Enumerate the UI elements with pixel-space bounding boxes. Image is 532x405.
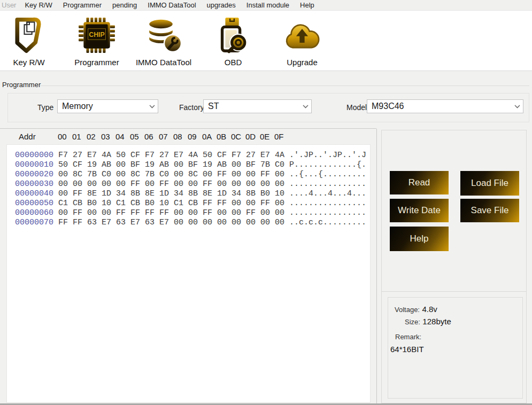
hex-col-header: 00: [58, 132, 72, 141]
chevron-down-icon: [299, 105, 311, 108]
hex-col-header: 08: [173, 132, 188, 141]
hex-row-ascii: ....4...4...4...: [289, 189, 366, 198]
key-rw-icon: [9, 15, 49, 56]
hex-row-bytes: C1 CB B0 10 C1 CB B0 10 C1 CB FF FF 00 0…: [53, 199, 289, 208]
hex-row-address: 00000010: [15, 160, 53, 169]
hex-col-header: 09: [188, 132, 202, 141]
hex-col-header: 02: [87, 132, 101, 141]
toolbar-button-immo-datatool[interactable]: IMMO DataTool: [132, 15, 196, 67]
remark-label: Remark:: [395, 333, 421, 341]
toolbar-button-programmer[interactable]: CHIP Programmer: [67, 15, 126, 67]
cloud-upload-icon: [282, 15, 322, 56]
help-button[interactable]: Help: [390, 227, 449, 251]
hex-row-address: 00000030: [15, 180, 53, 189]
model-dropdown[interactable]: M93C46: [367, 99, 523, 113]
factory-label: Factory: [179, 103, 204, 112]
size-label: Size:: [405, 318, 420, 326]
programmer-group-label: Programmer: [2, 81, 41, 89]
hex-col-header: 05: [130, 132, 144, 141]
type-dropdown[interactable]: Memory: [57, 99, 158, 113]
menu-item-user[interactable]: User: [0, 1, 19, 9]
menu-item-pending[interactable]: pending: [107, 1, 142, 9]
obd-scanner-icon: [213, 15, 253, 56]
svg-text:CHIP: CHIP: [89, 31, 104, 38]
hex-col-header: 0B: [217, 132, 231, 141]
remark-value: 64*16BIT: [390, 345, 424, 354]
menu-item-programmer[interactable]: Programmer: [58, 1, 107, 9]
hex-row-bytes: 50 CF 19 AB 00 BF 19 AB 00 BF 19 AB 00 B…: [53, 160, 289, 169]
toolbar-label: Programmer: [74, 58, 119, 67]
menu-item-immo-datatool[interactable]: IMMO DataTool: [142, 1, 201, 9]
hex-row-bytes: FF FF 63 E7 63 E7 63 E7 00 00 00 00 00 0…: [53, 218, 289, 227]
group-border-line: [40, 85, 529, 86]
hex-row: 00000070 FF FF 63 E7 63 E7 63 E7 00 00 0…: [15, 218, 370, 228]
save-file-button[interactable]: Save File: [460, 199, 519, 222]
hex-addr-header: Addr: [19, 132, 36, 141]
model-dropdown-value: M93C46: [367, 102, 511, 111]
hex-row-ascii: P.............{.: [289, 160, 366, 169]
hex-panel-top-border: [0, 128, 376, 129]
vertical-separator: [376, 129, 377, 403]
type-dropdown-value: Memory: [58, 102, 146, 111]
toolbar-label: Key R/W: [13, 58, 44, 67]
hex-row: 00000060 00 FF 00 00 FF FF FF FF 00 00 F…: [15, 208, 370, 218]
toolbar-label: OBD: [225, 58, 242, 67]
menu-item-install-module[interactable]: Install module: [241, 1, 295, 9]
load-file-button[interactable]: Load File: [460, 171, 519, 196]
menu-item-upgrades[interactable]: upgrades: [202, 1, 241, 9]
hex-row-address: 00000000: [15, 151, 53, 160]
hex-col-header: 0D: [245, 132, 260, 141]
voltage-value: 4.8v: [422, 305, 437, 314]
hex-col-header: 0E: [260, 132, 274, 141]
hex-row-address: 00000020: [15, 170, 53, 179]
hex-row-address: 00000070: [15, 218, 53, 227]
menu-item-key-rw[interactable]: Key R/W: [19, 1, 57, 9]
hex-editor-area[interactable]: 00000000 F7 27 E7 4A 50 CF F7 27 E7 4A 5…: [6, 144, 371, 403]
toolbar-button-upgrade[interactable]: Upgrade: [273, 15, 331, 67]
chip-icon: CHIP: [76, 15, 117, 56]
voltage-label: Voltage:: [395, 306, 420, 314]
hex-row: 00000030 00 00 00 00 00 FF 00 FF 00 00 F…: [15, 180, 370, 189]
hex-row-ascii: ................: [289, 208, 366, 217]
model-label: Model: [346, 103, 367, 112]
hex-row-address: 00000060: [15, 208, 53, 217]
hex-row-address: 00000040: [15, 189, 53, 198]
hex-col-header: 04: [115, 132, 130, 141]
toolbar-button-obd[interactable]: OBD: [209, 15, 258, 67]
actions-panel: Read Load File Write Date Save File Help…: [381, 130, 527, 403]
hex-row-bytes: 00 FF 00 00 FF FF FF FF 00 00 FF 00 00 F…: [53, 208, 289, 217]
menu-item-help[interactable]: Help: [295, 1, 320, 9]
hex-row-bytes: 00 8C 7B C0 00 8C 7B C0 00 8C 00 FF 00 0…: [53, 170, 289, 179]
type-label: Type: [37, 103, 53, 112]
chevron-down-icon: [511, 105, 523, 108]
toolbar-label: Upgrade: [287, 58, 318, 67]
hex-row-ascii: ................: [289, 180, 366, 189]
hex-col-header: 01: [72, 132, 87, 141]
chevron-down-icon: [146, 105, 158, 108]
toolbar: Key R/W: [0, 10, 532, 71]
hex-col-header: 07: [159, 132, 173, 141]
toolbar-button-key-rw[interactable]: Key R/W: [4, 15, 53, 67]
write-date-button[interactable]: Write Date: [390, 199, 449, 222]
hex-row-bytes: 00 FF 8E 1D 34 8B 8E 1D 34 8B 8E 1D 34 8…: [53, 189, 289, 198]
hex-row: 00000040 00 FF 8E 1D 34 8B 8E 1D 34 8B 8…: [15, 189, 370, 199]
hex-col-header: 0A: [202, 132, 217, 141]
database-wrench-icon: [143, 15, 184, 56]
hex-row-ascii: .'.JP..'.JP..'.J: [289, 151, 366, 160]
read-button[interactable]: Read: [390, 171, 449, 194]
toolbar-label: IMMO DataTool: [136, 58, 191, 67]
hex-col-headers: 000102030405060708090A0B0C0D0E0F: [58, 132, 289, 141]
hex-col-header: 06: [144, 132, 159, 141]
hex-row-ascii: ..c.c.c.........: [289, 218, 366, 227]
hex-row: 00000050 C1 CB B0 10 C1 CB B0 10 C1 CB F…: [15, 199, 370, 208]
factory-dropdown[interactable]: ST: [203, 99, 312, 113]
hex-row-ascii: ..{...{.........: [289, 170, 366, 179]
menu-bar: User Key R/W Programmer pending IMMO Dat…: [0, 0, 532, 10]
hex-row-address: 00000050: [15, 199, 53, 208]
hex-row-bytes: F7 27 E7 4A 50 CF F7 27 E7 4A 50 CF F7 2…: [53, 151, 289, 160]
hex-header-row: Addr 000102030405060708090A0B0C0D0E0F: [6, 129, 376, 144]
hex-col-header: 03: [101, 132, 115, 141]
hex-col-header: 0F: [274, 132, 289, 141]
chip-info-panel: Voltage: 4.8v Size: 128byte Remark: 64*1…: [388, 297, 523, 399]
factory-dropdown-value: ST: [204, 102, 299, 111]
